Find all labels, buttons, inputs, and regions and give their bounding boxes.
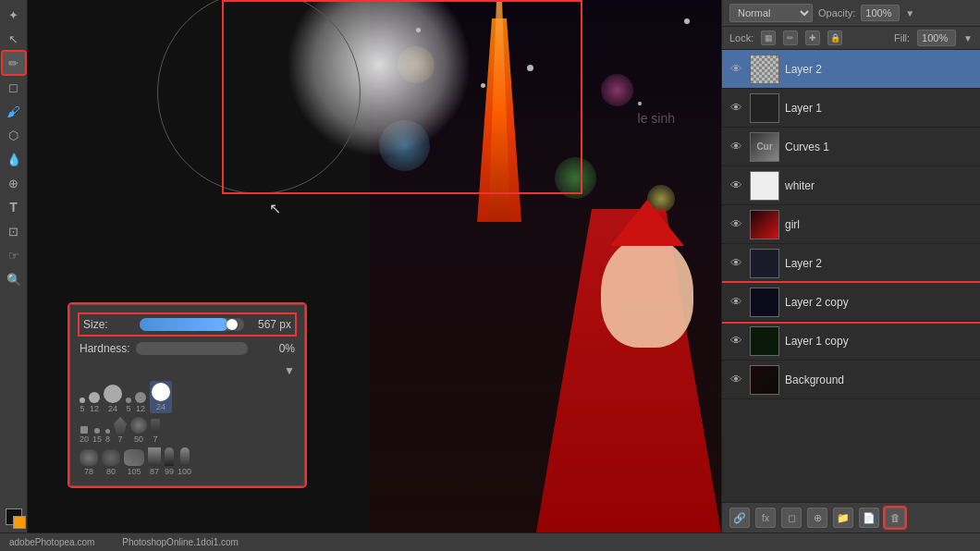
watermark: le sinh xyxy=(638,111,675,126)
brush-preset-100[interactable]: 100 xyxy=(178,447,191,476)
tool-text[interactable]: T xyxy=(3,196,25,218)
brush-preset-50[interactable]: 50 xyxy=(130,417,147,444)
size-slider-thumb[interactable] xyxy=(227,319,238,330)
brush-dot-5b xyxy=(126,398,131,403)
tool-select2[interactable]: ⊡ xyxy=(3,220,25,242)
opacity-input[interactable] xyxy=(861,5,900,21)
layer-visibility-whiter[interactable]: 👁 xyxy=(728,178,744,194)
layer-visibility-layer1-copy[interactable]: 👁 xyxy=(728,333,744,349)
brush-preset-15[interactable]: 15 xyxy=(92,428,102,444)
brush-dot-24-sel xyxy=(152,383,170,401)
brush-preset-99[interactable]: 99 xyxy=(165,447,174,476)
brush-row-1: 5 12 24 5 12 xyxy=(80,381,295,413)
brush-dot-12 xyxy=(89,392,100,403)
layer-thumb-curves1: Cur xyxy=(750,132,779,162)
brush-preset-24-selected[interactable]: 24 xyxy=(150,381,172,413)
tool-hand[interactable]: ☞ xyxy=(3,244,25,266)
layer-visibility-layer1[interactable]: 👁 xyxy=(728,100,744,116)
new-layer-btn[interactable]: 📄 xyxy=(859,508,879,528)
blend-mode-select[interactable]: Normal xyxy=(729,4,813,22)
brush-preset-5[interactable]: 5 xyxy=(80,398,85,413)
opacity-arrow-icon[interactable]: ▼ xyxy=(905,8,914,18)
brush-dot-24 xyxy=(104,385,122,403)
brush-preset-7b[interactable]: 7 xyxy=(151,419,160,444)
brush-preset-80[interactable]: 80 xyxy=(102,449,120,476)
layer-thumb-layer1-copy xyxy=(750,326,779,356)
tool-paint[interactable]: 🖌 xyxy=(3,100,25,122)
size-row: Size: 567 px xyxy=(80,314,295,335)
dropdown-arrow-icon[interactable]: ▼ xyxy=(284,364,295,377)
layer-thumb-background xyxy=(750,365,779,395)
layer-item-whiter[interactable]: 👁 whiter xyxy=(722,166,980,205)
brush-preset-87[interactable]: 87 xyxy=(148,447,161,476)
layers-lock-row: Lock: ▦ ✏ ✚ 🔒 Fill: ▼ xyxy=(722,27,980,50)
tool-crop[interactable]: ⊕ xyxy=(3,172,25,194)
brush-dot-50 xyxy=(130,417,147,434)
add-mask-btn[interactable]: ◻ xyxy=(781,508,802,528)
brush-line-87 xyxy=(148,447,161,466)
layer-name-curves1: Curves 1 xyxy=(785,141,974,153)
layer-item-girl[interactable]: 👁 girl xyxy=(722,205,980,244)
brush-preset-12[interactable]: 12 xyxy=(89,392,100,413)
brush-preset-78[interactable]: 78 xyxy=(80,449,98,476)
layer-name-layer2-copy: Layer 2 copy xyxy=(785,296,974,309)
tool-eraser[interactable]: ◻ xyxy=(3,76,25,98)
tool-zoom[interactable]: 🔍 xyxy=(3,268,25,290)
brush-preset-12b[interactable]: 12 xyxy=(135,392,146,413)
layer-item-layer2-copy[interactable]: 👁 Layer 2 copy xyxy=(722,283,980,322)
bokeh-3 xyxy=(601,74,633,106)
adjustment-layer-btn[interactable]: ⊕ xyxy=(807,508,827,528)
layer-visibility-curves1[interactable]: 👁 xyxy=(728,139,744,155)
layer-visibility-background[interactable]: 👁 xyxy=(728,372,744,388)
delete-layer-btn[interactable]: 🗑 xyxy=(885,508,905,528)
fill-input[interactable] xyxy=(917,30,956,46)
brush-preset-5b[interactable]: 5 xyxy=(126,398,131,413)
size-slider[interactable] xyxy=(140,318,244,331)
size-slider-fill xyxy=(140,318,228,331)
hardness-slider[interactable] xyxy=(136,342,248,355)
hardness-row: Hardness: 0% ↖ xyxy=(80,342,295,355)
lock-transparency-btn[interactable]: ▦ xyxy=(761,31,776,45)
tool-select[interactable]: ✦ xyxy=(3,4,25,26)
link-layers-btn[interactable]: 🔗 xyxy=(729,508,750,528)
layer-item-layer2-active[interactable]: 👁 Layer 2 xyxy=(722,50,980,89)
layers-list[interactable]: 👁 Layer 2 👁 Layer 1 👁 Cur Curves 1 xyxy=(722,50,980,502)
tool-fill[interactable]: 💧 xyxy=(3,148,25,170)
layer-item-background[interactable]: 👁 Background xyxy=(722,361,980,399)
preset-header: ▼ xyxy=(80,364,295,377)
layer-item-layer1-copy[interactable]: 👁 Layer 1 copy xyxy=(722,322,980,361)
bottom-left-link[interactable]: adobePhotopea.com xyxy=(9,537,94,547)
lock-all-btn[interactable]: 🔒 xyxy=(827,31,842,45)
brush-preset-20[interactable]: 20 xyxy=(80,426,89,444)
brush-preset-7[interactable]: 7 xyxy=(114,417,127,444)
layers-footer: 🔗 fx ◻ ⊕ 📁 📄 🗑 xyxy=(722,502,980,533)
layer-item-layer1[interactable]: 👁 Layer 1 xyxy=(722,89,980,128)
layer-name-layer1: Layer 1 xyxy=(785,102,974,115)
layer-visibility-girl[interactable]: 👁 xyxy=(728,216,744,233)
layer-name-background: Background xyxy=(785,373,974,386)
new-group-btn[interactable]: 📁 xyxy=(833,508,853,528)
lock-move-btn[interactable]: ✚ xyxy=(805,31,820,45)
tool-brush[interactable]: ✏ xyxy=(3,52,25,74)
foreground-color[interactable] xyxy=(6,508,22,525)
tool-shape[interactable]: ⬡ xyxy=(3,124,25,146)
brush-preset-24[interactable]: 24 xyxy=(104,385,122,413)
layer-item-layer2-lower[interactable]: 👁 Layer 2 xyxy=(722,244,980,283)
layer-effects-btn[interactable]: fx xyxy=(755,508,776,528)
layer-name-layer2-active: Layer 2 xyxy=(785,63,974,76)
tool-arrow[interactable]: ↖ xyxy=(3,28,25,50)
layer-item-curves1[interactable]: 👁 Cur Curves 1 xyxy=(722,128,980,166)
bottom-right-link[interactable]: PhotoshopOnline.1doi1.com xyxy=(122,537,239,547)
brush-popup: Size: 567 px Hardness: 0% ↖ ▼ xyxy=(69,304,305,486)
girl-face xyxy=(601,237,693,348)
opacity-label: Opacity: xyxy=(818,7,855,18)
layer-thumb-layer2 xyxy=(750,55,779,84)
fill-arrow-icon[interactable]: ▼ xyxy=(963,33,973,43)
brush-preset-105[interactable]: 105 xyxy=(124,449,144,476)
lock-paint-btn[interactable]: ✏ xyxy=(783,31,798,45)
layer-visibility-layer2-copy[interactable]: 👁 xyxy=(728,294,744,311)
layer-visibility-layer2-lower[interactable]: 👁 xyxy=(728,255,744,272)
snow-3 xyxy=(638,102,642,105)
layer-visibility-layer2[interactable]: 👁 xyxy=(728,61,744,78)
brush-preset-8[interactable]: 8 xyxy=(105,429,110,444)
